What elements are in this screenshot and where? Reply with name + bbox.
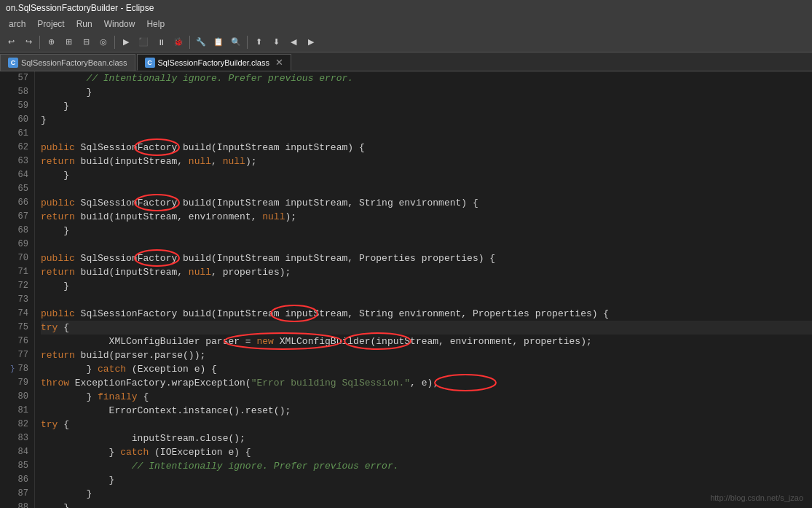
line-number-79: 79: [6, 376, 28, 390]
code-line-85: // Intentionally ignore. Prefer previous…: [41, 459, 812, 473]
menu-project[interactable]: Project: [31, 17, 70, 31]
line-number-80: 80: [6, 390, 28, 404]
tab-icon-builder: C: [145, 58, 155, 68]
tab-sqlfactorybean[interactable]: C SqlSessionFactoryBean.class: [0, 54, 135, 71]
toolbar-btn-7[interactable]: ▶: [118, 34, 134, 50]
menu-arch[interactable]: arch: [3, 17, 31, 31]
line-number-66: 66: [6, 196, 28, 210]
code-line-63: return build(inputStream, null, null);: [41, 155, 812, 168]
code-line-80: } finally {: [41, 390, 812, 404]
line-number-64: 64: [6, 168, 28, 182]
toolbar-btn-8[interactable]: ⬛: [135, 34, 151, 50]
code-line-70: public SqlSessionFactory build(InputStre…: [41, 251, 812, 265]
title-text: on.SqlSessionFactoryBuilder - Eclipse: [6, 3, 154, 13]
toolbar-btn-17[interactable]: ▶: [303, 34, 319, 50]
code-line-86: }: [41, 473, 812, 487]
line-number-73: 73: [6, 293, 28, 307]
toolbar-btn-9[interactable]: ⏸: [153, 34, 169, 50]
code-line-73: [41, 293, 812, 307]
tab-label-bean: SqlSessionFactoryBean.class: [21, 58, 127, 67]
line-number-82: 82: [6, 418, 28, 431]
toolbar: ↩ ↪ ⊕ ⊞ ⊟ ◎ ▶ ⬛ ⏸ 🐞 🔧 📋 🔍 ⬆ ⬇ ◀ ▶: [0, 32, 812, 52]
line-number-76: 76: [6, 335, 28, 348]
code-line-81: ErrorContext.instance().reset();: [41, 404, 812, 418]
code-line-71: return build(inputStream, null, properti…: [41, 265, 812, 279]
code-line-72: }: [41, 279, 812, 293]
code-line-58: }: [41, 85, 812, 99]
line-number-61: 61: [6, 127, 28, 141]
watermark: http://blog.csdn.net/s_jzao: [710, 493, 803, 502]
toolbar-sep-1: [39, 36, 40, 49]
toolbar-btn-6[interactable]: ◎: [95, 34, 111, 50]
menu-run[interactable]: Run: [71, 17, 98, 31]
line-number-88: 88: [6, 501, 28, 508]
code-line-69: [41, 238, 812, 251]
code-line-59: }: [41, 99, 812, 113]
line-number-63: 63: [6, 155, 28, 168]
tab-bar: C SqlSessionFactoryBean.class C SqlSessi…: [0, 52, 812, 71]
line-number-70: 70: [6, 251, 28, 265]
code-line-74: public SqlSessionFactory build(InputStre…: [41, 307, 812, 321]
toolbar-btn-3[interactable]: ⊕: [43, 34, 59, 50]
code-content[interactable]: // Intentionally ignore. Prefer previous…: [35, 71, 812, 508]
code-line-62: public SqlSessionFactory build(InputStre…: [41, 141, 812, 155]
line-number-68: 68: [6, 224, 28, 238]
line-number-78: }78: [6, 362, 28, 376]
code-line-78: } catch (Exception e) {: [41, 362, 812, 376]
watermark-text: http://blog.csdn.net/s_jzao: [710, 493, 803, 502]
code-line-64: }: [41, 168, 812, 182]
toolbar-btn-10[interactable]: 🐞: [170, 34, 186, 50]
line-number-77: 77: [6, 348, 28, 362]
toolbar-btn-2[interactable]: ↪: [20, 34, 36, 50]
menu-bar: arch Project Run Window Help: [0, 16, 812, 32]
code-line-87: }: [41, 487, 812, 501]
code-line-75: try {: [41, 321, 812, 335]
line-number-83: 83: [6, 431, 28, 445]
tab-label-builder: SqlSessionFactoryBuilder.class: [158, 58, 269, 67]
toolbar-btn-1[interactable]: ↩: [3, 34, 19, 50]
line-number-57: 57: [6, 71, 28, 85]
line-number-81: 81: [6, 404, 28, 418]
line-number-85: 85: [6, 459, 28, 473]
line-number-67: 67: [6, 210, 28, 224]
code-line-82: try {: [41, 418, 812, 431]
line-number-58: 58: [6, 85, 28, 99]
line-number-62: 62: [6, 141, 28, 155]
code-line-76: XMLConfigBuilder parser = new XMLConfigB…: [41, 335, 812, 348]
line-number-59: 59: [6, 99, 28, 113]
toolbar-btn-14[interactable]: ⬆: [251, 34, 267, 50]
toolbar-sep-3: [189, 36, 190, 49]
toolbar-btn-16[interactable]: ◀: [285, 34, 301, 50]
toolbar-btn-4[interactable]: ⊞: [60, 34, 76, 50]
line-number-72: 72: [6, 279, 28, 293]
line-number-75: 75: [6, 321, 28, 335]
code-line-68: }: [41, 224, 812, 238]
line-number-71: 71: [6, 265, 28, 279]
line-number-74: 74: [6, 307, 28, 321]
toolbar-btn-11[interactable]: 🔧: [193, 34, 209, 50]
tab-icon-bean: C: [8, 58, 18, 68]
code-line-83: inputStream.close();: [41, 431, 812, 445]
code-line-60: }: [41, 113, 812, 127]
code-line-65: [41, 182, 812, 196]
code-line-79: throw ExceptionFactory.wrapException("Er…: [41, 376, 812, 390]
editor-area: 5758596061626364656667686970717273747576…: [0, 71, 812, 508]
tab-close-icon[interactable]: ✕: [275, 58, 283, 67]
tab-sqlfactorybuilder[interactable]: C SqlSessionFactoryBuilder.class ✕: [137, 54, 291, 71]
toolbar-btn-13[interactable]: 🔍: [228, 34, 244, 50]
line-number-65: 65: [6, 182, 28, 196]
code-line-66: public SqlSessionFactory build(InputStre…: [41, 196, 812, 210]
line-number-69: 69: [6, 238, 28, 251]
line-number-60: 60: [6, 113, 28, 127]
menu-help[interactable]: Help: [141, 17, 170, 31]
toolbar-btn-12[interactable]: 📋: [210, 34, 226, 50]
toolbar-sep-2: [114, 36, 115, 49]
line-number-84: 84: [6, 445, 28, 459]
code-line-88: }: [41, 501, 812, 508]
menu-window[interactable]: Window: [98, 17, 141, 31]
toolbar-btn-5[interactable]: ⊟: [78, 34, 94, 50]
code-line-84: } catch (IOException e) {: [41, 445, 812, 459]
toolbar-btn-15[interactable]: ⬇: [268, 34, 284, 50]
line-number-86: 86: [6, 473, 28, 487]
code-line-77: return build(parser.parse());: [41, 348, 812, 362]
